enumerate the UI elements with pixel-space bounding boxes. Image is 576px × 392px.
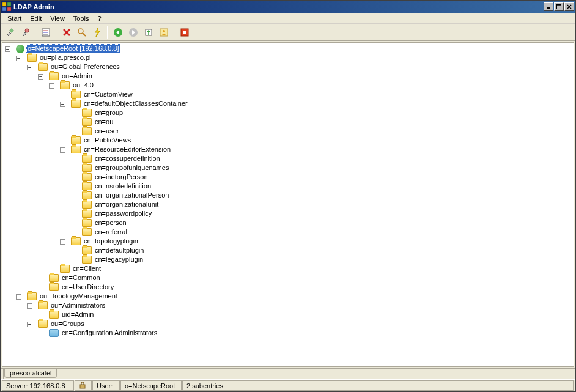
- tree-node[interactable]: cn=user: [5, 127, 574, 136]
- tree-node[interactable]: cn=cossuperdefinition: [5, 154, 574, 163]
- tree-label[interactable]: cn=nsroledefinition: [94, 182, 152, 191]
- tree-node[interactable]: cn=UserDirectory: [5, 283, 574, 292]
- maximize-button[interactable]: [554, 2, 564, 11]
- folder-icon: [60, 81, 70, 89]
- tree-label[interactable]: cn=groupofuniquenames: [94, 163, 170, 172]
- tree-node[interactable]: cn=legacyplugin: [5, 255, 574, 264]
- delete-button[interactable]: [59, 26, 73, 39]
- tree-node[interactable]: cn=inetorgPerson: [5, 172, 574, 182]
- tree-node[interactable]: cn=organizationalPerson: [5, 191, 574, 200]
- tree-node[interactable]: cn=organizationalunit: [5, 200, 574, 209]
- menu-help[interactable]: ?: [94, 13, 106, 23]
- tree-label[interactable]: cn=PublicViews: [83, 136, 132, 145]
- tree-node[interactable]: − ou=4.0: [5, 81, 574, 90]
- tree-node[interactable]: cn=defaultplugin: [5, 246, 574, 255]
- schema-button[interactable]: [157, 26, 171, 39]
- tree-label[interactable]: cn=ResourceEditorExtension: [83, 145, 172, 154]
- tree-node[interactable]: − cn=ResourceEditorExtension: [5, 145, 574, 154]
- back-button[interactable]: [111, 26, 125, 39]
- export-button[interactable]: [141, 26, 155, 39]
- collapse-icon[interactable]: −: [16, 56, 21, 61]
- tree-node[interactable]: − cn=topologyplugin: [5, 237, 574, 246]
- tree-label[interactable]: cn=defaultObjectClassesContainer: [83, 99, 189, 108]
- tree-label[interactable]: cn=person: [94, 218, 128, 227]
- tree-view[interactable]: − o=NetscapeRoot [192.168.0.8] − ou=pila…: [2, 42, 574, 367]
- menu-edit[interactable]: Edit: [26, 13, 46, 23]
- tree-label[interactable]: ou=Global Preferences: [50, 62, 121, 72]
- tree-label[interactable]: cn=defaultplugin: [94, 246, 145, 255]
- forward-button[interactable]: [126, 26, 140, 39]
- folder-icon: [71, 91, 81, 98]
- collapse-icon[interactable]: −: [60, 102, 65, 107]
- tree-label[interactable]: cn=referral: [94, 227, 128, 237]
- tree-label[interactable]: cn=Configuration Administrators: [61, 328, 158, 338]
- search-button[interactable]: [75, 26, 89, 39]
- tree-label[interactable]: cn=cossuperdefinition: [94, 154, 161, 163]
- tree-node[interactable]: − ou=Groups: [5, 319, 574, 328]
- tree-node[interactable]: cn=Configuration Administrators: [5, 328, 574, 338]
- tree-node[interactable]: cn=CustomView: [5, 90, 574, 99]
- tree-node[interactable]: − ou=Admin: [5, 72, 574, 81]
- tree-label[interactable]: cn=inetorgPerson: [94, 172, 149, 182]
- stop-button[interactable]: [177, 26, 191, 39]
- flash-button[interactable]: [90, 26, 104, 39]
- tree-node[interactable]: − ou=TopologyManagement: [5, 292, 574, 301]
- minimize-button[interactable]: [544, 2, 553, 11]
- tree-node[interactable]: − ou=Global Preferences: [5, 62, 574, 72]
- collapse-icon[interactable]: −: [49, 83, 54, 89]
- menu-start[interactable]: Start: [3, 13, 26, 23]
- tree-label[interactable]: cn=Common: [61, 273, 102, 283]
- tree-label[interactable]: uid=Admin: [61, 310, 95, 319]
- collapse-icon[interactable]: −: [5, 46, 10, 52]
- collapse-icon[interactable]: −: [27, 65, 32, 70]
- tree-label[interactable]: cn=legacyplugin: [94, 255, 144, 264]
- connection-tab[interactable]: presco-alcatel: [4, 369, 57, 378]
- tree-node[interactable]: − ou=pila.presco.pl: [5, 53, 574, 62]
- collapse-icon[interactable]: −: [38, 74, 43, 80]
- tree-node[interactable]: cn=Client: [5, 264, 574, 273]
- tree-node[interactable]: − cn=defaultObjectClassesContainer: [5, 99, 574, 108]
- collapse-icon[interactable]: −: [27, 322, 32, 327]
- tree-node[interactable]: cn=referral: [5, 227, 574, 237]
- folder-icon: [82, 109, 92, 117]
- tree-label[interactable]: ou=Admin: [61, 72, 94, 81]
- tree-label[interactable]: cn=group: [94, 108, 124, 117]
- tree-node[interactable]: cn=nsroledefinition: [5, 182, 574, 191]
- tree-node[interactable]: cn=passwordpolicy: [5, 209, 574, 218]
- tree-node[interactable]: − ou=Administrators: [5, 301, 574, 310]
- tree-label[interactable]: ou=Administrators: [50, 301, 106, 310]
- tree-label[interactable]: cn=user: [94, 127, 120, 136]
- tree-node[interactable]: uid=Admin: [5, 310, 574, 319]
- tree-node[interactable]: cn=Common: [5, 273, 574, 283]
- tree-label[interactable]: cn=ou: [94, 117, 114, 127]
- tree-label[interactable]: cn=topologyplugin: [83, 237, 139, 246]
- edit-button[interactable]: [39, 26, 53, 39]
- close-button[interactable]: [564, 2, 574, 11]
- tree-label[interactable]: ou=4.0: [72, 81, 95, 90]
- tree-node-root[interactable]: − o=NetscapeRoot [192.168.0.8]: [5, 44, 574, 53]
- tree-label[interactable]: cn=organizationalPerson: [94, 191, 170, 200]
- tree-label[interactable]: ou=Groups: [50, 319, 86, 328]
- tree-label[interactable]: cn=Client: [72, 264, 102, 273]
- tree-label[interactable]: ou=TopologyManagement: [39, 292, 119, 301]
- tree-node[interactable]: cn=ou: [5, 117, 574, 127]
- collapse-icon[interactable]: −: [27, 303, 32, 309]
- collapse-icon[interactable]: −: [16, 294, 21, 300]
- tree-node[interactable]: cn=group: [5, 108, 574, 117]
- menu-tools[interactable]: Tools: [69, 13, 94, 23]
- collapse-icon[interactable]: −: [60, 147, 65, 153]
- tree-node[interactable]: cn=groupofuniquenames: [5, 163, 574, 172]
- tree-node[interactable]: cn=person: [5, 218, 574, 227]
- tree-node[interactable]: cn=PublicViews: [5, 136, 574, 145]
- tree-label[interactable]: cn=passwordpolicy: [94, 209, 153, 218]
- folder-icon: [82, 210, 92, 218]
- connect-button[interactable]: [2, 26, 17, 39]
- disconnect-button[interactable]: [18, 26, 32, 39]
- tree-label[interactable]: cn=UserDirectory: [61, 283, 115, 292]
- tree-label[interactable]: cn=CustomView: [83, 90, 134, 99]
- tree-label[interactable]: o=NetscapeRoot [192.168.0.8]: [26, 44, 120, 53]
- collapse-icon[interactable]: −: [60, 239, 65, 245]
- tree-label[interactable]: cn=organizationalunit: [94, 200, 160, 209]
- tree-label[interactable]: ou=pila.presco.pl: [39, 53, 92, 62]
- menu-view[interactable]: View: [46, 13, 69, 23]
